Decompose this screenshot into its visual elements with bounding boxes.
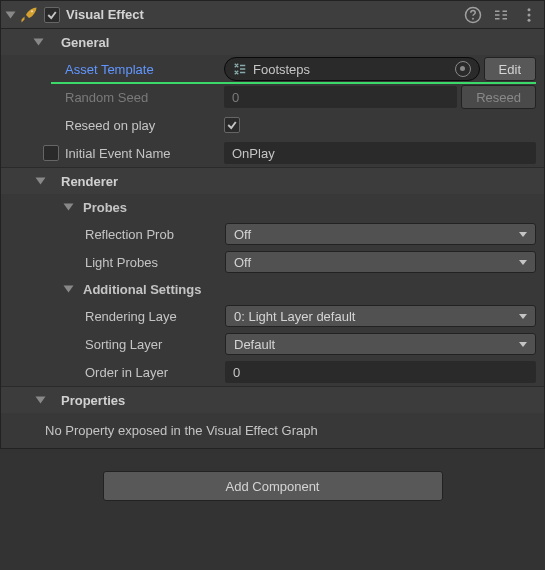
reflection-label: Reflection Prob: [85, 227, 221, 242]
section-title: Renderer: [61, 174, 118, 189]
initial-event-label: Initial Event Name: [65, 146, 220, 161]
reflection-dropdown[interactable]: Off: [225, 223, 536, 245]
row-random-seed: Random Seed Reseed: [1, 83, 544, 111]
subsection-title: Additional Settings: [83, 282, 201, 297]
row-asset-template: Asset Template Footsteps Edit: [1, 55, 544, 83]
properties-empty-message: No Property exposed in the Visual Effect…: [1, 413, 544, 448]
reseed-button[interactable]: Reseed: [461, 85, 536, 109]
sorting-layer-dropdown[interactable]: Default: [225, 333, 536, 355]
section-header-properties[interactable]: Properties: [1, 387, 544, 413]
add-component-button[interactable]: Add Component: [103, 471, 443, 501]
initial-event-enable-checkbox[interactable]: [43, 145, 59, 161]
component-header: Visual Effect: [1, 1, 544, 29]
foldout-icon[interactable]: [64, 204, 74, 211]
random-seed-label: Random Seed: [65, 90, 220, 105]
svg-point-2: [472, 17, 474, 19]
enable-checkbox[interactable]: [44, 7, 60, 23]
section-title: Properties: [61, 393, 125, 408]
asset-template-label[interactable]: Asset Template: [65, 62, 220, 77]
reseed-on-play-checkbox[interactable]: [224, 117, 240, 133]
vfx-icon: [20, 6, 38, 24]
rendering-layer-label: Rendering Laye: [85, 309, 221, 324]
foldout-icon[interactable]: [34, 39, 44, 46]
svg-point-0: [31, 10, 33, 12]
row-initial-event: Initial Event Name: [1, 139, 544, 167]
foldout-icon[interactable]: [64, 286, 74, 293]
subsection-title: Probes: [83, 200, 127, 215]
row-rendering-layer: Rendering Laye 0: Light Layer default: [1, 302, 544, 330]
light-probes-label: Light Probes: [85, 255, 221, 270]
initial-event-input[interactable]: [224, 142, 536, 164]
presets-icon[interactable]: [492, 6, 510, 24]
vfx-asset-icon: [233, 62, 247, 76]
help-icon[interactable]: [464, 6, 482, 24]
footer: Add Component: [0, 449, 545, 523]
section-general: General Asset Template Footsteps Edit Ra…: [1, 29, 544, 168]
object-picker-icon[interactable]: [455, 61, 471, 77]
order-in-layer-input[interactable]: [225, 361, 536, 383]
section-renderer: Renderer Probes Reflection Prob Off Ligh…: [1, 168, 544, 387]
foldout-icon[interactable]: [36, 397, 46, 404]
svg-point-4: [528, 13, 531, 16]
row-order-in-layer: Order in Layer: [1, 358, 544, 386]
subsection-probes[interactable]: Probes: [1, 194, 544, 220]
light-probes-dropdown[interactable]: Off: [225, 251, 536, 273]
foldout-icon[interactable]: [36, 178, 46, 185]
section-title: General: [61, 35, 109, 50]
edit-button[interactable]: Edit: [484, 57, 536, 81]
random-seed-input[interactable]: [224, 86, 457, 108]
subsection-additional[interactable]: Additional Settings: [1, 276, 544, 302]
row-reseed-on-play: Reseed on play: [1, 111, 544, 139]
sorting-layer-label: Sorting Layer: [85, 337, 221, 352]
row-light-probes: Light Probes Off: [1, 248, 544, 276]
row-sorting-layer: Sorting Layer Default: [1, 330, 544, 358]
order-in-layer-label: Order in Layer: [85, 365, 221, 380]
section-header-general[interactable]: General: [1, 29, 544, 55]
reseed-on-play-label: Reseed on play: [65, 118, 220, 133]
menu-icon[interactable]: [520, 6, 538, 24]
foldout-icon[interactable]: [6, 11, 16, 18]
rendering-layer-dropdown[interactable]: 0: Light Layer default: [225, 305, 536, 327]
section-header-renderer[interactable]: Renderer: [1, 168, 544, 194]
row-reflection-probes: Reflection Prob Off: [1, 220, 544, 248]
svg-point-5: [528, 18, 531, 21]
asset-template-value: Footsteps: [253, 62, 449, 77]
asset-template-field[interactable]: Footsteps: [224, 57, 480, 81]
svg-point-3: [528, 8, 531, 11]
component-title: Visual Effect: [66, 7, 458, 22]
section-properties: Properties No Property exposed in the Vi…: [1, 387, 544, 448]
